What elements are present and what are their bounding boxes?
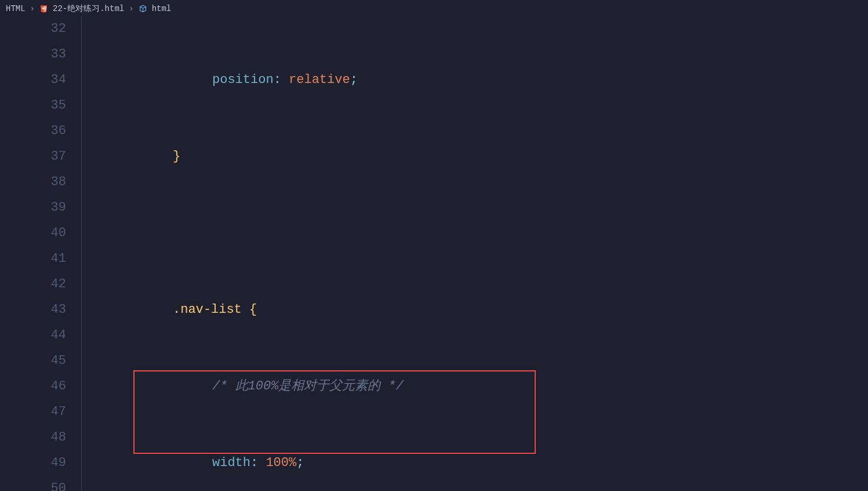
line-number: 47 — [0, 399, 81, 425]
line-number: 35 — [0, 93, 81, 118]
line-number: 33 — [0, 42, 81, 67]
line-number: 44 — [0, 323, 81, 348]
line-number: 46 — [0, 374, 81, 399]
line-number: 50 — [0, 476, 81, 491]
line-number: 48 — [0, 425, 81, 450]
code-line[interactable]: width: 100%; — [89, 450, 868, 476]
line-number: 38 — [0, 169, 81, 195]
line-number: 49 — [0, 450, 81, 476]
breadcrumb-file[interactable]: 22-绝对练习.html — [53, 3, 124, 14]
breadcrumb-root[interactable]: HTML — [6, 4, 26, 13]
code-line[interactable]: .nav-list { — [89, 297, 868, 323]
code-line[interactable]: position: relative; — [89, 67, 868, 93]
line-number: 36 — [0, 118, 81, 144]
line-number: 39 — [0, 195, 81, 221]
breadcrumb-node[interactable]: html — [152, 4, 172, 13]
line-number: 43 — [0, 297, 81, 323]
cube-icon — [139, 5, 147, 13]
breadcrumb-sep-1: › — [30, 4, 35, 13]
breadcrumb: HTML › 22-绝对练习.html › html — [0, 0, 868, 18]
code-line[interactable] — [89, 221, 868, 246]
code-editor[interactable]: 32 33 34 35 36 37 38 39 40 41 42 43 44 4… — [0, 16, 868, 491]
line-number: 37 — [0, 144, 81, 169]
line-number: 45 — [0, 348, 81, 374]
line-number-gutter: 32 33 34 35 36 37 38 39 40 41 42 43 44 4… — [0, 16, 81, 491]
code-area[interactable]: position: relative; } .nav-list { /* 此10… — [89, 16, 868, 491]
line-number: 34 — [0, 67, 81, 93]
breadcrumb-sep-2: › — [129, 4, 133, 13]
line-number: 42 — [0, 272, 81, 297]
fold-guide — [81, 16, 90, 491]
code-line[interactable]: } — [89, 144, 868, 169]
line-number: 32 — [0, 16, 81, 42]
line-number: 41 — [0, 246, 81, 272]
html5-icon — [39, 5, 48, 13]
code-line[interactable]: /* 此100%是相对于父元素的 */ — [89, 374, 868, 399]
line-number: 40 — [0, 221, 81, 246]
